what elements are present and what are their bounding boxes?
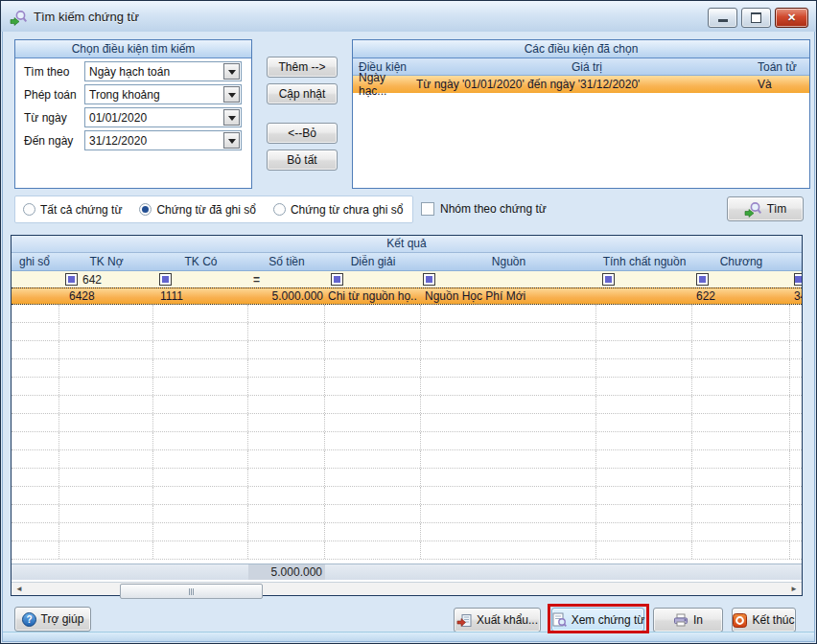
filter-cell-tk-no[interactable]: 642 xyxy=(59,273,153,287)
column-header[interactable]: Diễn giải xyxy=(325,255,421,268)
radio-posted-vouchers[interactable]: Chứng từ đã ghi sổ xyxy=(139,203,255,217)
update-condition-button[interactable]: Cập nhật xyxy=(267,83,338,104)
column-header[interactable]: Nguồn xyxy=(421,255,596,268)
filter-cell-chuong[interactable] xyxy=(692,273,790,286)
filter-icon[interactable] xyxy=(602,273,615,286)
close-button[interactable]: ✕ xyxy=(775,8,808,28)
chevron-down-icon[interactable] xyxy=(223,63,240,80)
field-label: Tìm theo xyxy=(24,65,69,79)
column-header[interactable]: ghi sổ xyxy=(12,255,59,268)
window-bottom-frame xyxy=(3,632,814,641)
filter-icon[interactable] xyxy=(65,273,78,286)
table-row xyxy=(12,323,802,341)
column-header[interactable]: Số tiền xyxy=(248,255,325,268)
button-label: Tìm xyxy=(767,202,787,216)
field-label: Từ ngày xyxy=(24,111,67,125)
tu-ngay-datepicker[interactable]: 01/01/2020 xyxy=(84,107,242,127)
export-button[interactable]: Xuất khẩu... xyxy=(454,608,541,632)
table-row xyxy=(12,305,802,323)
combo-value: Ngày hạch toán xyxy=(89,65,170,79)
filter-cell-so-tien[interactable]: = xyxy=(248,273,325,287)
search-magnifier-icon xyxy=(10,9,28,25)
horizontal-scrollbar[interactable]: ◄ ► xyxy=(12,582,802,595)
field-label: Phép toán xyxy=(24,88,77,102)
button-label: Cập nhật xyxy=(279,87,326,101)
scroll-right-icon[interactable]: ► xyxy=(786,583,802,595)
minimize-button[interactable] xyxy=(708,8,737,28)
filter-operator: = xyxy=(253,273,260,287)
den-ngay-datepicker[interactable]: 31/12/2020 xyxy=(84,130,242,150)
criteria-groupbox: Chọn điều kiện tìm kiếm Tìm theo Ngày hạ… xyxy=(14,39,252,189)
condition-row-selected[interactable]: Ngày hạc... Từ ngày '01/01/2020' đến ngà… xyxy=(353,76,809,93)
selected-conditions-header: Các điều kiện đã chọn xyxy=(353,40,809,58)
column-header[interactable]: Giá trị xyxy=(416,60,758,74)
svg-text:?: ? xyxy=(26,614,32,625)
add-condition-button[interactable]: Thêm --> xyxy=(267,57,338,78)
scroll-left-icon[interactable]: ◄ xyxy=(12,583,27,595)
finish-button[interactable]: Kết thúc xyxy=(732,608,796,632)
help-button[interactable]: ? Trợ giúp xyxy=(14,607,91,632)
table-row xyxy=(12,378,802,396)
tim-theo-combobox[interactable]: Ngày hạch toán xyxy=(84,61,242,81)
print-icon xyxy=(673,613,689,627)
button-label: <--Bỏ xyxy=(288,126,316,140)
view-voucher-button[interactable]: Xem chứng từ xyxy=(551,608,644,632)
cell-so-tien: 5.000.000 xyxy=(248,289,325,303)
filter-icon[interactable] xyxy=(331,273,343,286)
result-row-selected[interactable]: 6428 1111 5.000.000 Chi từ nguồn họ.. Ng… xyxy=(12,288,802,305)
button-label: Kết thúc xyxy=(752,613,794,627)
filter-cell-nguon[interactable] xyxy=(421,273,596,286)
checkbox-label: Nhóm theo chứng từ xyxy=(440,202,547,216)
filter-value: 642 xyxy=(82,273,102,287)
filter-icon[interactable] xyxy=(423,273,435,286)
column-header[interactable]: Chương xyxy=(692,255,790,268)
checkbox-icon[interactable] xyxy=(421,202,434,216)
column-header[interactable]: TK Có xyxy=(153,255,248,268)
remove-all-conditions-button[interactable]: Bỏ tất xyxy=(267,150,338,171)
column-header[interactable]: Tính chất nguồn xyxy=(596,255,692,268)
table-row xyxy=(12,414,802,432)
results-filter-row: 642 = xyxy=(12,271,802,288)
filter-cell[interactable] xyxy=(790,273,802,286)
column-header[interactable]: TK Nợ xyxy=(59,255,153,268)
table-row xyxy=(12,359,802,378)
power-off-icon xyxy=(733,613,747,628)
search-button[interactable]: Tìm xyxy=(727,196,804,221)
button-label: In xyxy=(693,613,703,627)
results-grid: Kết quả ghi sổ TK Nợ TK Có Số tiền Diễn … xyxy=(11,235,803,596)
remove-condition-button[interactable]: <--Bỏ xyxy=(267,123,338,144)
filter-cell-tk-co[interactable] xyxy=(153,273,248,286)
table-row xyxy=(12,396,802,414)
cell-nguon: Nguồn Học Phí Mới xyxy=(421,289,596,303)
filter-cell-dien-giai[interactable] xyxy=(325,273,421,286)
filter-icon[interactable] xyxy=(696,273,709,286)
search-magnifier-icon xyxy=(744,201,762,218)
group-by-voucher-option[interactable]: Nhóm theo chứng từ xyxy=(421,202,547,216)
phep-toan-combobox[interactable]: Trong khoảng xyxy=(84,84,242,104)
cell-tk-no: 6428 xyxy=(59,289,153,303)
cell-chuong: 622 xyxy=(692,289,790,303)
field-phep-toan: Phép toán Trong khoảng xyxy=(15,84,251,105)
scrollbar-thumb[interactable] xyxy=(120,584,263,599)
filter-icon[interactable] xyxy=(159,273,172,286)
radio-unposted-vouchers[interactable]: Chứng từ chưa ghi sổ xyxy=(273,203,404,217)
column-header[interactable]: Toán tử xyxy=(758,60,809,74)
condition-name: Ngày hạc... xyxy=(353,71,416,98)
radio-label: Tất cả chứng từ xyxy=(40,203,122,217)
radio-all-vouchers[interactable]: Tất cả chứng từ xyxy=(23,203,122,217)
chevron-down-icon[interactable] xyxy=(223,132,240,149)
radio-selected-icon xyxy=(139,203,152,216)
maximize-icon xyxy=(751,12,761,23)
table-row xyxy=(12,469,802,487)
chevron-down-icon[interactable] xyxy=(223,109,240,126)
results-empty-rows xyxy=(12,305,802,560)
title-bar[interactable]: Tìm kiếm chứng từ ✕ xyxy=(1,1,816,32)
voucher-scope-radio-group: Tất cả chứng từ Chứng từ đã ghi sổ Chứng… xyxy=(14,196,413,223)
combo-value: 01/01/2020 xyxy=(89,111,147,125)
filter-cell-tinh-chat-nguon[interactable] xyxy=(596,273,692,286)
maximize-button[interactable] xyxy=(741,8,771,28)
filter-icon[interactable] xyxy=(794,273,802,286)
field-tu-ngay: Từ ngày 01/01/2020 xyxy=(15,107,251,128)
print-button[interactable]: In xyxy=(653,608,723,632)
chevron-down-icon[interactable] xyxy=(223,86,240,103)
